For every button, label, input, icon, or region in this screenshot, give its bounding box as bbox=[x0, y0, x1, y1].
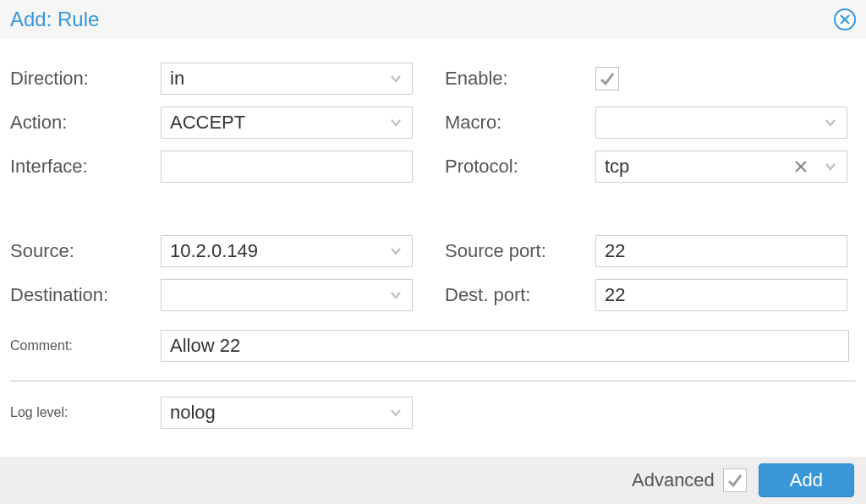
comment-input[interactable] bbox=[161, 330, 849, 362]
destination-label: Destination: bbox=[10, 284, 161, 306]
source-port-input[interactable] bbox=[595, 235, 847, 267]
loglevel-label: Log level: bbox=[10, 405, 161, 420]
destination-select[interactable] bbox=[161, 279, 413, 311]
macro-label: Macro: bbox=[445, 112, 595, 134]
add-rule-dialog: Add: Rule Direction: in Enable: Action: bbox=[0, 0, 866, 504]
dialog-title: Add: Rule bbox=[10, 8, 99, 31]
source-value: 10.2.0.149 bbox=[170, 240, 383, 262]
advanced-toggle[interactable]: Advanced bbox=[632, 468, 747, 492]
enable-checkbox[interactable] bbox=[595, 67, 619, 90]
divider bbox=[10, 381, 856, 381]
interface-input[interactable] bbox=[161, 151, 413, 183]
chevron-down-icon bbox=[388, 115, 403, 130]
chevron-down-icon bbox=[388, 244, 403, 259]
direction-label: Direction: bbox=[10, 68, 161, 90]
interface-field[interactable] bbox=[170, 151, 403, 182]
chevron-down-icon bbox=[388, 288, 403, 303]
chevron-down-icon bbox=[388, 405, 403, 420]
action-value: ACCEPT bbox=[170, 112, 383, 134]
chevron-down-icon bbox=[823, 159, 838, 174]
dest-port-field[interactable] bbox=[605, 280, 838, 310]
protocol-select[interactable]: tcp bbox=[595, 151, 847, 183]
macro-select[interactable] bbox=[595, 107, 847, 139]
close-icon bbox=[839, 14, 851, 25]
direction-select[interactable]: in bbox=[161, 63, 413, 95]
advanced-checkbox[interactable] bbox=[723, 468, 747, 492]
source-select[interactable]: 10.2.0.149 bbox=[161, 235, 413, 267]
dest-port-label: Dest. port: bbox=[445, 284, 595, 306]
action-select[interactable]: ACCEPT bbox=[161, 107, 413, 139]
dest-port-input[interactable] bbox=[595, 279, 847, 311]
advanced-label: Advanced bbox=[632, 469, 715, 491]
loglevel-value: nolog bbox=[170, 402, 383, 424]
form-grid: Direction: in Enable: Action: ACCEPT Mac… bbox=[10, 63, 856, 311]
grid-spacer bbox=[10, 194, 847, 223]
source-port-label: Source port: bbox=[445, 240, 595, 262]
protocol-label: Protocol: bbox=[445, 156, 595, 178]
close-button[interactable] bbox=[834, 8, 856, 30]
enable-label: Enable: bbox=[445, 68, 595, 90]
interface-label: Interface: bbox=[10, 156, 161, 178]
action-label: Action: bbox=[10, 112, 161, 134]
source-port-field[interactable] bbox=[605, 236, 838, 266]
chevron-down-icon bbox=[823, 115, 838, 130]
titlebar: Add: Rule bbox=[0, 0, 866, 39]
comment-field[interactable] bbox=[170, 331, 840, 361]
loglevel-row: Log level: nolog bbox=[10, 397, 856, 429]
clear-icon[interactable] bbox=[794, 160, 808, 173]
check-icon bbox=[726, 472, 743, 489]
comment-label: Comment: bbox=[10, 338, 161, 353]
protocol-value: tcp bbox=[605, 156, 794, 178]
source-label: Source: bbox=[10, 240, 161, 262]
add-button[interactable]: Add bbox=[759, 463, 854, 497]
chevron-down-icon bbox=[388, 71, 403, 86]
loglevel-select[interactable]: nolog bbox=[161, 397, 413, 429]
dialog-body: Direction: in Enable: Action: ACCEPT Mac… bbox=[0, 39, 866, 457]
enable-cell bbox=[595, 67, 847, 90]
comment-row: Comment: bbox=[10, 330, 856, 362]
dialog-footer: Advanced Add bbox=[0, 457, 866, 504]
check-icon bbox=[599, 70, 616, 87]
direction-value: in bbox=[170, 68, 383, 90]
